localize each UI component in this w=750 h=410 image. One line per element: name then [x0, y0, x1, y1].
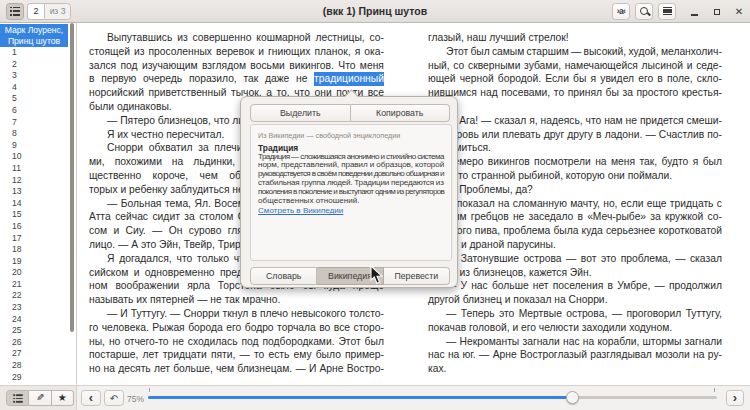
sidebar-bottom-bar: ✎ ★: [0, 386, 77, 410]
book-line: Этотбылсамымстаршим—высокий,худой,меланх…: [428, 45, 722, 59]
toc-chapter-item[interactable]: 6: [0, 105, 68, 117]
close-button[interactable]: ✕: [730, 0, 748, 23]
minimize-button[interactable]: [685, 0, 703, 23]
book-line: нина.: [428, 100, 722, 114]
toc-chapter-item[interactable]: 12: [0, 175, 68, 187]
book-line: —ИТуттугу.—Снорриткнулвплечоневысокогото…: [89, 307, 384, 321]
toc-chapter-item[interactable]: 13: [0, 186, 68, 198]
book-line: залсяподизучающимвзглядомвосьмивикингов.…: [89, 59, 384, 73]
next-section-button[interactable]: ›: [726, 390, 744, 406]
toc-chapter-item[interactable]: 20: [0, 267, 68, 279]
translate-tab-button[interactable]: Перевести: [384, 267, 450, 285]
progress-label: 75%: [127, 394, 144, 404]
toc-tab-button[interactable]: [6, 390, 29, 406]
toc-chapter-item[interactable]: 17: [0, 233, 68, 245]
book-line: нонадесятьлетбольше,чемблизнецам.—ИАрнеВ…: [89, 362, 384, 376]
toc-chapter-item[interactable]: 3: [0, 70, 68, 82]
toc-chapter-item[interactable]: 25: [0, 325, 68, 337]
header-bar: 2 из 3 (вкк 1) Принц шутов ›a‹ ✕: [0, 0, 750, 23]
maximize-button[interactable]: [708, 0, 726, 23]
menu-icon: [663, 7, 672, 16]
previous-section-button[interactable]: ‹: [81, 390, 101, 406]
search-icon: [639, 6, 650, 17]
toc-chapter-item[interactable]: 21: [0, 279, 68, 291]
toc-chapter-item[interactable]: 7: [0, 117, 68, 129]
pencil-icon: ✎: [36, 393, 44, 403]
book-line: —Затонувшиеострова—вотэтопроблема,—сказа…: [428, 252, 722, 266]
toc-chapter-item[interactable]: 2: [0, 59, 68, 71]
book-line: лишнимгребцовнезаседалов«Меч-рыбе»закруж…: [428, 210, 722, 224]
toc-chapter-item[interactable]: 23: [0, 302, 68, 314]
menu-button[interactable]: [658, 3, 676, 20]
book-line: кто-то из близнецов, кажется Эйн.: [428, 266, 722, 280]
book-line: —Ага!—сказаля,надеясь,чтонамнепридетсясм…: [428, 114, 722, 128]
book-line: —УнасбольшенетпоселениявУмбре,—продолжил: [428, 279, 722, 293]
next-icon: ›: [733, 392, 737, 403]
slider-tick-end: [714, 388, 715, 393]
toc-chapter-item[interactable]: 9: [0, 140, 68, 152]
undo-icon: ↶: [110, 393, 118, 404]
toc-chapter-item[interactable]: 1: [0, 47, 68, 59]
toc-chapter-item[interactable]: 18: [0, 244, 68, 256]
book-line: наснаюг.—АрнеВостроглазыйразглядывалмозо…: [428, 348, 722, 362]
toc-chapter-item[interactable]: 19: [0, 256, 68, 268]
toc-sidebar: Марк Лоуренс, Принц шутов 12345678910111…: [0, 23, 77, 385]
toc-chapter-item[interactable]: 26: [0, 337, 68, 349]
book-line: —Некромантызагналинаснакорабли,штормызаг…: [428, 335, 722, 349]
toc-chapter-item[interactable]: 22: [0, 290, 68, 302]
book-line: постарше,леттридцатипяти,—тоестьемубылоп…: [89, 348, 384, 362]
toc-chapter-item[interactable]: 24: [0, 314, 68, 326]
lookup-definition-line: общественных отношений.: [258, 197, 444, 206]
selected-word: традиционный: [314, 72, 384, 86]
book-line: Япоказалнасломаннуюмачту,но,еслиещетридц…: [428, 197, 722, 211]
wikipedia-link[interactable]: Смотреть в Википедии: [258, 206, 444, 215]
toc-chapter-item[interactable]: 10: [0, 151, 68, 163]
toc-chapter-item[interactable]: 11: [0, 163, 68, 175]
book-line: гочеловека.Рыжаябородаегободроторчалавов…: [89, 321, 384, 335]
close-icon: ✕: [735, 6, 743, 17]
book-line: знакомиться.: [428, 141, 722, 155]
progress-slider[interactable]: [148, 396, 717, 399]
lookup-popover: Выделить Копировать Из Википедии — свобо…: [240, 96, 458, 288]
toc-chapter-item[interactable]: 16: [0, 221, 68, 233]
search-button[interactable]: [635, 3, 653, 20]
book-line: Семеровикинговпосмотрелинаменятак,будтоя…: [428, 155, 722, 169]
sidebar-scrollbar[interactable]: [70, 23, 74, 332]
toc-chapter-item[interactable]: 15: [0, 209, 68, 221]
toc-tab-icon: [13, 394, 23, 403]
toc-chapter-item[interactable]: 4: [0, 82, 68, 94]
book-line: Выпутавшисьизсовершеннокошмарнойлестницы…: [89, 31, 384, 45]
book-line: покачав головой, и его челюсти заходили …: [428, 321, 722, 335]
go-back-history-button[interactable]: ↶: [104, 390, 124, 406]
book-line: ках.: [428, 362, 722, 376]
progress-slider-handle[interactable]: [566, 391, 579, 404]
font-settings-button[interactable]: ›a‹: [612, 3, 630, 20]
annotations-tab-button[interactable]: ✎: [29, 390, 51, 406]
toc-chapter-item[interactable]: 29: [0, 372, 68, 384]
toc-selected-item[interactable]: Марк Лоуренс, Принц шутов: [0, 24, 68, 47]
toc-chapter-item[interactable]: 28: [0, 360, 68, 372]
mouse-cursor: [370, 265, 384, 285]
dictionary-tab-button[interactable]: Словарь: [250, 267, 317, 285]
back-icon: ‹: [89, 392, 93, 403]
book-line: — Проблемы, да?: [428, 183, 722, 197]
sidebar-tabs: ✎ ★: [6, 390, 74, 406]
toc-chapter-item[interactable]: 8: [0, 128, 68, 140]
highlight-button[interactable]: Выделить: [250, 104, 351, 122]
bookmarks-tab-button[interactable]: ★: [52, 390, 74, 406]
toc-chapter-item[interactable]: 14: [0, 198, 68, 210]
book-line: стоящейизпросоленныхверевокигниющихплано…: [89, 45, 384, 59]
book-line: впервуюочередьпоразило,такдаженетрадицио…: [89, 72, 384, 86]
lookup-definition: Традиция — сложившаяся анонимно и стихий…: [258, 153, 444, 206]
lookup-source-label: Из Википедии — свободной энциклопедии: [258, 131, 444, 140]
toc-chapter-item[interactable]: 5: [0, 93, 68, 105]
copy-button[interactable]: Копировать: [351, 104, 451, 122]
book-line: нившимсянадпосевами,топринялбызапростого…: [428, 86, 722, 100]
book-line: ющейчернойбородой.Еслибыяувиделеговполе,…: [428, 72, 722, 86]
book-line: ны,ноотчего-тонесходиласьподподбородками…: [89, 335, 384, 349]
book-line: ватькровьилиплеватьдругдругувладони.—Сча…: [428, 128, 722, 142]
toc-chapter-item[interactable]: 27: [0, 348, 68, 360]
popover-top-actions: Выделить Копировать: [250, 104, 450, 122]
book-line: мачты и драной парусины.: [428, 238, 722, 252]
popover-bottom-actions: Словарь Википедия Перевести: [250, 267, 450, 285]
